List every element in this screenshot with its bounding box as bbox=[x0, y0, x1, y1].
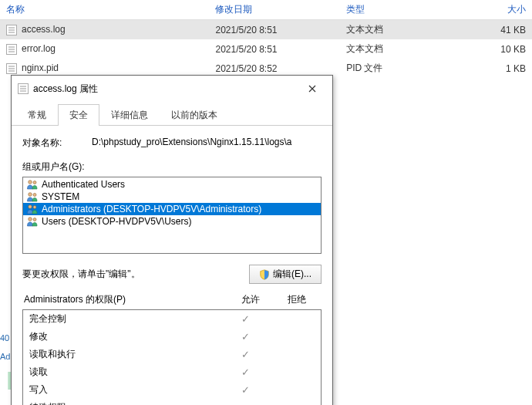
close-icon bbox=[308, 85, 316, 93]
file-name: nginx.pid bbox=[22, 62, 59, 73]
edit-hint-text: 要更改权限，请单击"编辑"。 bbox=[22, 268, 249, 281]
col-header-date[interactable]: 修改日期 bbox=[209, 0, 340, 20]
dialog-body: 对象名称: D:\phpstudy_pro\Extensions\Nginx1.… bbox=[12, 126, 332, 405]
file-date: 2021/5/20 8:51 bbox=[209, 20, 340, 40]
file-name: access.log bbox=[22, 24, 66, 35]
group-user-label: 组或用户名(G): bbox=[22, 160, 322, 174]
permission-name: 修改 bbox=[29, 330, 222, 343]
permission-row[interactable]: 完全控制 ✓ bbox=[23, 310, 321, 328]
file-type: 文本文档 bbox=[340, 39, 445, 59]
svg-point-0 bbox=[29, 181, 32, 184]
shield-icon bbox=[259, 269, 270, 280]
edit-button[interactable]: 编辑(E)... bbox=[249, 265, 322, 284]
principal-item[interactable]: Users (DESKTOP-HVDPV5V\Users) bbox=[23, 215, 321, 228]
object-name-value: D:\phpstudy_pro\Extensions\Nginx1.15.11\… bbox=[92, 137, 322, 150]
users-icon bbox=[26, 204, 39, 214]
permission-name: 读取和执行 bbox=[29, 348, 222, 361]
file-row[interactable]: access.log 2021/5/20 8:51 文本文档 41 KB bbox=[0, 20, 532, 40]
col-header-type[interactable]: 类型 bbox=[340, 0, 445, 20]
principal-item[interactable]: Authenticated Users bbox=[23, 178, 321, 191]
users-icon bbox=[26, 179, 39, 190]
svg-point-1 bbox=[33, 181, 36, 184]
edit-button-label: 编辑(E)... bbox=[273, 268, 311, 281]
permission-allow-check: ✓ bbox=[222, 384, 268, 396]
file-row[interactable]: error.log 2021/5/20 8:51 文本文档 10 KB bbox=[0, 39, 532, 59]
file-icon bbox=[18, 83, 29, 94]
permission-name: 写入 bbox=[29, 383, 222, 397]
titlebar[interactable]: access.log 属性 bbox=[12, 76, 332, 102]
properties-dialog: access.log 属性 常规安全详细信息以前的版本 对象名称: D:\php… bbox=[11, 75, 333, 405]
permission-allow-check: ✓ bbox=[222, 366, 268, 378]
file-type: PID 文件 bbox=[340, 59, 445, 78]
file-icon bbox=[6, 63, 17, 74]
close-button[interactable] bbox=[298, 80, 326, 97]
permission-row[interactable]: 读取 ✓ bbox=[23, 363, 321, 381]
file-list-header-row: 名称 修改日期 类型 大小 bbox=[0, 0, 532, 20]
permission-allow-check: ✓ bbox=[222, 349, 268, 360]
svg-point-7 bbox=[33, 218, 36, 221]
principal-label: SYSTEM bbox=[42, 191, 79, 202]
svg-point-4 bbox=[29, 205, 32, 209]
principal-item[interactable]: SYSTEM bbox=[23, 191, 321, 203]
tab-安全[interactable]: 安全 bbox=[58, 104, 99, 126]
col-header-name[interactable]: 名称 bbox=[0, 0, 209, 20]
permissions-listbox[interactable]: 完全控制 ✓ 修改 ✓ 读取和执行 ✓ 读取 ✓ 写入 ✓ 特殊权限 bbox=[22, 309, 322, 405]
tab-以前的版本[interactable]: 以前的版本 bbox=[160, 104, 229, 126]
file-size: 10 KB bbox=[445, 39, 532, 59]
permission-row[interactable]: 特殊权限 bbox=[23, 399, 321, 405]
file-size: 41 KB bbox=[445, 20, 532, 40]
svg-point-2 bbox=[29, 193, 32, 197]
perm-header-name: Administrators 的权限(P) bbox=[24, 293, 227, 306]
dialog-title: access.log 属性 bbox=[33, 83, 98, 96]
permission-row[interactable]: 写入 ✓ bbox=[23, 381, 321, 399]
permission-name: 特殊权限 bbox=[29, 401, 222, 405]
file-list-table: 名称 修改日期 类型 大小 access.log 2021/5/20 8:51 … bbox=[0, 0, 532, 78]
principal-label: Administrators (DESKTOP-HVDPV5V\Administ… bbox=[42, 204, 261, 214]
users-icon bbox=[26, 191, 39, 202]
file-type: 文本文档 bbox=[340, 20, 445, 40]
permission-name: 完全控制 bbox=[29, 312, 222, 326]
tab-bar: 常规安全详细信息以前的版本 bbox=[12, 103, 332, 126]
file-date: 2021/5/20 8:51 bbox=[209, 39, 340, 59]
perm-header-allow: 允许 bbox=[227, 293, 274, 306]
tab-详细信息[interactable]: 详细信息 bbox=[99, 104, 160, 126]
file-name: error.log bbox=[22, 43, 56, 54]
svg-point-3 bbox=[33, 194, 36, 197]
col-header-size[interactable]: 大小 bbox=[445, 0, 532, 20]
perm-header-deny: 拒绝 bbox=[274, 293, 320, 306]
svg-point-5 bbox=[33, 206, 36, 209]
users-icon bbox=[26, 216, 39, 227]
file-icon bbox=[6, 25, 17, 35]
permission-row[interactable]: 修改 ✓ bbox=[23, 328, 321, 346]
svg-point-6 bbox=[29, 218, 32, 221]
principal-label: Authenticated Users bbox=[42, 179, 125, 190]
file-size: 1 KB bbox=[445, 59, 532, 78]
permission-row[interactable]: 读取和执行 ✓ bbox=[23, 346, 321, 363]
object-name-label: 对象名称: bbox=[22, 137, 92, 150]
tab-常规[interactable]: 常规 bbox=[16, 104, 58, 126]
principal-item[interactable]: Administrators (DESKTOP-HVDPV5V\Administ… bbox=[23, 203, 321, 215]
principal-label: Users (DESKTOP-HVDPV5V\Users) bbox=[42, 216, 191, 227]
file-icon bbox=[6, 44, 17, 55]
permission-allow-check: ✓ bbox=[222, 313, 268, 325]
permission-allow-check: ✓ bbox=[222, 331, 268, 343]
principals-listbox[interactable]: Authenticated UsersSYSTEMAdministrators … bbox=[22, 177, 322, 254]
permission-name: 读取 bbox=[29, 366, 222, 379]
